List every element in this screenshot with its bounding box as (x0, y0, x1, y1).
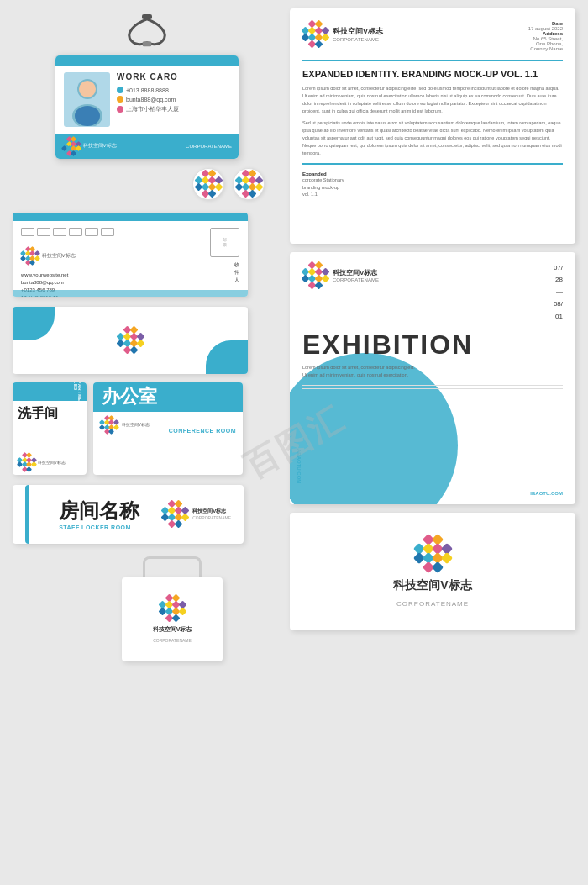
sign-washroom-body: 洗手间 (13, 401, 87, 475)
signs-row: SALES DEPARTMENT 洗手间 (13, 382, 281, 475)
id-address: 上海市小柏华丰大厦 (117, 105, 230, 113)
letterhead-brand: 科技空间V标志 (333, 26, 383, 37)
exhibition-poster: 科技空间V标志 CORPORATENAME 07/ 28 — 08/ 01 EX… (290, 252, 575, 504)
letterhead-body1: Lorem ipsum dolor sit amet, consectetur … (302, 85, 563, 114)
sign-office-brand: 科技空间V标志 (122, 422, 150, 427)
exhibition-date: 07/ 28 — 08/ 01 (554, 262, 563, 323)
exhibition-logo-area: 科技空间V标志 CORPORATENAME (302, 262, 379, 288)
svg-rect-1 (143, 41, 152, 46)
env-box-6 (101, 228, 114, 236)
phone-icon (117, 87, 123, 93)
exhibition-text1: Lorem ipsum dolor sit amet, consectetur … (302, 364, 563, 371)
svg-point-5 (75, 106, 100, 126)
letterhead: 科技空间V标志 CORPORATENAME Date 17 august 202… (290, 8, 575, 244)
bag-logo-icon (160, 595, 186, 621)
exhibition-title: EXHIBITION (290, 329, 575, 361)
bag-corp: CORPORATENAME (153, 638, 192, 643)
footer-brand-text: 科技空间V标志 (83, 142, 117, 150)
right-column: 科技空间V标志 CORPORATENAME Date 17 august 202… (290, 8, 575, 630)
sign-office-body: 科技空间V标志 CONFERENCE ROOM (93, 412, 243, 439)
bag-section: 科技空间V标志 CORPORATENAME (113, 556, 231, 661)
footer-logo-icon (62, 137, 81, 155)
left-column: WORK CARO +013 8888 8888 bunta888@qq.com… (13, 8, 281, 661)
badges-row (13, 168, 265, 200)
envelope-boxes (21, 228, 114, 236)
env-box-5 (85, 228, 98, 236)
exhibition-url-right: IBAOTU.COM (530, 491, 563, 496)
wide-sign-wrapper: 房间名称 STAFF LOCKER ROOM (13, 485, 281, 544)
letterhead-heading: EXPANDED IDENTITY. BRANDING MOCK-UP VOL.… (302, 68, 563, 80)
exhibition-logo-icon (302, 262, 328, 288)
wide-sign-brand: 科技空间V标志 (192, 508, 231, 515)
envelope-section: 科技空间V标志 www.yourwebsite.net bunta888@qq.… (13, 213, 281, 297)
letterhead-divider-2 (302, 163, 563, 165)
sign-office-top: 办公室 (93, 382, 243, 412)
main-container: WORK CARO +013 8888 8888 bunta888@qq.com… (0, 0, 588, 885)
envelope2-wrapper (13, 307, 281, 374)
env-box-1 (21, 228, 34, 236)
sign-washroom: SALES DEPARTMENT 洗手间 (13, 382, 87, 475)
id-phone: +013 8888 8888 (117, 87, 230, 93)
postage-area: 邮票 (210, 228, 239, 257)
exhibition-corp: CORPORATENAME (333, 277, 379, 282)
sign-washroom-top: SALES DEPARTMENT (13, 382, 87, 401)
env-box-4 (69, 228, 82, 236)
id-card-section: WORK CARO +013 8888 8888 bunta888@qq.com… (29, 8, 265, 160)
envelope-logo-icon (21, 247, 39, 266)
id-card: WORK CARO +013 8888 8888 bunta888@qq.com… (55, 55, 239, 160)
envelope-inner: 科技空间V标志 www.yourwebsite.net bunta888@qq.… (13, 221, 248, 297)
location-icon (117, 106, 123, 113)
wide-sign: 房间名称 STAFF LOCKER ROOM (13, 485, 244, 544)
logo-card: 科技空间V标志 CORPORATENAME (290, 513, 575, 630)
svg-point-4 (79, 81, 96, 97)
bag-handle (143, 556, 202, 577)
envelope2 (13, 307, 248, 374)
wide-sign-logo-icon (162, 501, 188, 527)
envelope: 科技空间V标志 www.yourwebsite.net bunta888@qq.… (13, 213, 248, 297)
email-icon (117, 96, 123, 103)
envelope-top-bar (13, 213, 248, 221)
wide-sign-chinese: 房间名称 (59, 498, 139, 524)
envelope2-logo (118, 327, 144, 353)
wide-sign-left: 房间名称 STAFF LOCKER ROOM (59, 498, 139, 530)
letterhead-logo-icon (302, 21, 328, 47)
exhibition-text2: Ut enim ad minim veniam, quis nostrud ex… (302, 371, 563, 379)
letterhead-address-3: Country Name (528, 46, 563, 51)
sign-washroom-brand: 科技空间V标志 (38, 460, 66, 465)
sign-washroom-footer: 科技空间V标志 (18, 453, 81, 471)
envelope-left: 科技空间V标志 www.yourwebsite.net bunta888@qq.… (21, 228, 114, 297)
exhibition-brand: 科技空间V标志 (333, 268, 379, 277)
logo-card-sub: CORPORATENAME (396, 600, 469, 608)
letterhead-divider (302, 60, 563, 61)
sign-washroom-logo (18, 453, 36, 471)
letterhead-header: 科技空间V标志 CORPORATENAME Date 17 august 202… (302, 21, 563, 51)
envelope-logo-area: 科技空间V标志 (21, 247, 114, 266)
letterhead-corp: CORPORATENAME (333, 37, 383, 42)
footer-corp-text: CORPORATENAME (186, 144, 232, 149)
letterhead-footer-sub2: branding mock-up (302, 184, 563, 191)
logo-card-brand: 科技空间V标志 (393, 578, 471, 593)
letterhead-footer-sub1: corporate Stationary (302, 176, 563, 183)
letterhead-footer-sub3: vol. 1.1 (302, 191, 563, 198)
id-email: bunta888@qq.com (117, 96, 230, 103)
sign-washroom-vertical: SALES DEPARTMENT (73, 382, 81, 408)
wide-sign-blue-bar (25, 485, 29, 544)
id-info: WORK CARO +013 8888 8888 bunta888@qq.com… (117, 72, 230, 116)
sign-office: 办公室 (93, 382, 243, 475)
shopping-bag: 科技空间V标志 CORPORATENAME (113, 556, 231, 661)
sign-office-logo (100, 416, 118, 435)
bag-body: 科技空间V标志 CORPORATENAME (122, 577, 223, 661)
badge-2 (233, 168, 265, 200)
id-card-body: WORK CARO +013 8888 8888 bunta888@qq.com… (55, 66, 239, 134)
bag-brand: 科技空间V标志 (153, 625, 192, 634)
wide-sign-logo-area: 科技空间V标志 CORPORATENAME (162, 501, 231, 527)
envelope-bottom-bar (13, 290, 248, 297)
sign-washroom-chinese: 洗手间 (18, 406, 81, 421)
id-avatar (64, 72, 110, 127)
envelope-brand: 科技空间V标志 (42, 252, 76, 260)
envelope2-inner (13, 307, 248, 374)
id-card-title: WORK CARO (117, 72, 230, 82)
letterhead-logo-area: 科技空间V标志 CORPORATENAME (302, 21, 383, 47)
env-box-3 (53, 228, 66, 236)
id-card-footer: 科技空间V标志 CORPORATENAME (55, 134, 239, 159)
